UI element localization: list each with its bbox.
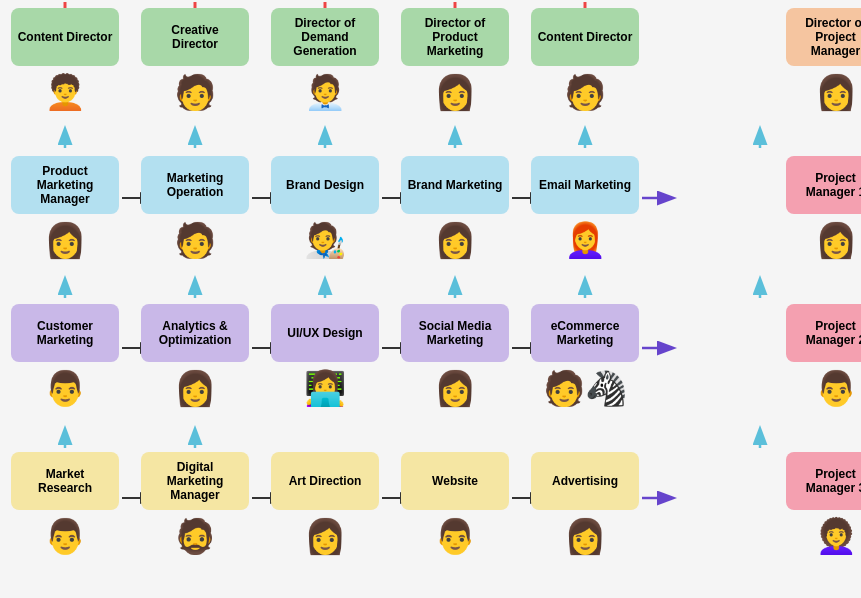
role-card-product-marketing-dir: Director of Product Marketing	[401, 8, 509, 66]
role-card-art-direction: Art Direction	[271, 452, 379, 510]
avatar-r1c6: 👩	[815, 220, 857, 260]
cell-r2c5	[650, 296, 780, 444]
avatar-r3c4: 👩	[564, 516, 606, 556]
role-card-ecommerce: eCommerce Marketing	[531, 304, 639, 362]
cell-r0c2: Director of Demand Generation 🧑‍💼	[260, 0, 390, 148]
role-card-digital-marketing-mgr: Digital Marketing Manager	[141, 452, 249, 510]
role-card-pm3: Project Manager 3	[786, 452, 862, 510]
cell-r0c1: Creative Director 🧑	[130, 0, 260, 148]
avatar-r0c6: 👩	[815, 72, 857, 112]
cell-r2c0: Customer Marketing 👨	[0, 296, 130, 444]
avatar-r0c0: 🧑‍🦱	[44, 72, 86, 112]
cell-r1c6: Project Manager 1 👩	[780, 148, 861, 296]
role-card-creative-director: Creative Director	[141, 8, 249, 66]
cell-r3c3: Website 👨	[390, 444, 520, 592]
cell-r2c1: Analytics & Optimization 👩	[130, 296, 260, 444]
cell-r0c3: Director of Product Marketing 👩	[390, 0, 520, 148]
cell-r3c2: Art Direction 👩	[260, 444, 390, 592]
role-card-brand-design: Brand Design	[271, 156, 379, 214]
cell-r3c0: Market Research 👨	[0, 444, 130, 592]
avatar-r3c1: 🧔	[174, 516, 216, 556]
role-card-advertising: Advertising	[531, 452, 639, 510]
avatar-r0c2: 🧑‍💼	[304, 72, 346, 112]
avatar-r1c3: 👩	[434, 220, 476, 260]
cell-r2c4: eCommerce Marketing 🧑‍🦓	[520, 296, 650, 444]
cell-r0c6: Director of Project Manager 👩	[780, 0, 861, 148]
cell-r0c0: Content Director 🧑‍🦱	[0, 0, 130, 148]
avatar-r1c0: 👩	[44, 220, 86, 260]
cell-r1c0: Product Marketing Manager 👩	[0, 148, 130, 296]
cell-r2c2: UI/UX Design 👩‍💻	[260, 296, 390, 444]
role-card-content-director-2: Content Director	[531, 8, 639, 66]
cell-r1c4: Email Marketing 👩‍🦰	[520, 148, 650, 296]
role-card-email-marketing: Email Marketing	[531, 156, 639, 214]
avatar-r2c0: 👨	[44, 368, 86, 408]
role-card-social-media: Social Media Marketing	[401, 304, 509, 362]
role-card-brand-marketing: Brand Marketing	[401, 156, 509, 214]
cell-r1c1: Marketing Operation 🧑	[130, 148, 260, 296]
avatar-r1c2: 🧑‍🎨	[304, 220, 346, 260]
avatar-r2c4: 🧑‍🦓	[543, 368, 627, 408]
avatar-r1c4: 👩‍🦰	[564, 220, 606, 260]
role-card-content-director: Content Director	[11, 8, 119, 66]
avatar-r2c1: 👩	[174, 368, 216, 408]
avatar-r0c3: 👩	[434, 72, 476, 112]
role-card-pmm: Product Marketing Manager	[11, 156, 119, 214]
cell-r2c3: Social Media Marketing 👩	[390, 296, 520, 444]
cell-r1c2: Brand Design 🧑‍🎨	[260, 148, 390, 296]
role-card-customer-marketing: Customer Marketing	[11, 304, 119, 362]
cell-r3c5	[650, 444, 780, 592]
avatar-r2c2: 👩‍💻	[304, 368, 346, 408]
role-card-project-dir: Director of Project Manager	[786, 8, 862, 66]
cell-r3c6: Project Manager 3 👩‍🦱	[780, 444, 861, 592]
role-card-website: Website	[401, 452, 509, 510]
avatar-r0c4: 🧑	[564, 72, 606, 112]
role-card-demand-gen: Director of Demand Generation	[271, 8, 379, 66]
avatar-r1c1: 🧑	[174, 220, 216, 260]
cell-r2c6: Project Manager 2 👨	[780, 296, 861, 444]
role-card-pm1: Project Manager 1	[786, 156, 862, 214]
avatar-r3c3: 👨	[434, 516, 476, 556]
cell-r0c5	[650, 0, 780, 148]
avatar-r3c0: 👨	[44, 516, 86, 556]
cell-r3c4: Advertising 👩	[520, 444, 650, 592]
avatar-r0c1: 🧑	[174, 72, 216, 112]
cell-r1c3: Brand Marketing 👩	[390, 148, 520, 296]
role-card-pm2: Project Manager 2	[786, 304, 862, 362]
cell-r3c1: Digital Marketing Manager 🧔	[130, 444, 260, 592]
role-card-analytics: Analytics & Optimization	[141, 304, 249, 362]
avatar-r3c6: 👩‍🦱	[815, 516, 857, 556]
avatar-r2c3: 👩	[434, 368, 476, 408]
role-card-uiux: UI/UX Design	[271, 304, 379, 362]
cell-r0c4: Content Director 🧑	[520, 0, 650, 148]
avatar-r3c2: 👩	[304, 516, 346, 556]
role-card-marketing-ops: Marketing Operation	[141, 156, 249, 214]
cell-r1c5	[650, 148, 780, 296]
avatar-r2c6: 👨	[815, 368, 857, 408]
role-card-market-research: Market Research	[11, 452, 119, 510]
